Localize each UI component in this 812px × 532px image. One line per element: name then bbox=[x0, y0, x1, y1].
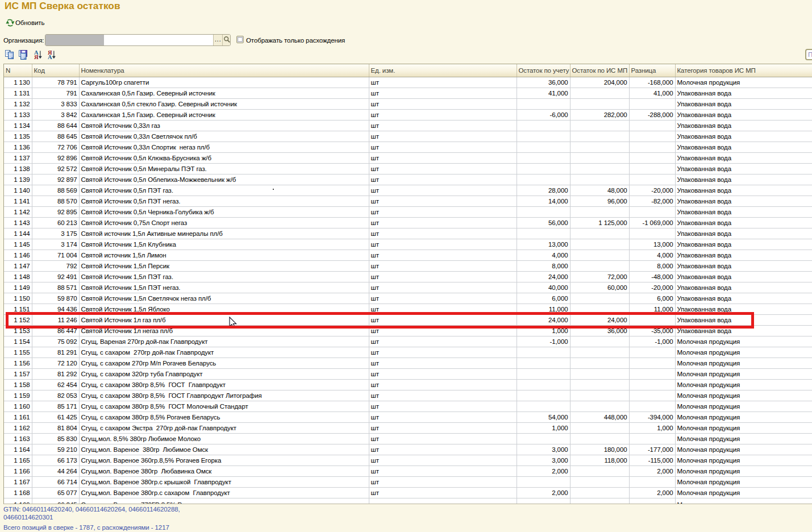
svg-text:Я: Я bbox=[34, 54, 39, 60]
svg-text:А: А bbox=[48, 54, 52, 60]
